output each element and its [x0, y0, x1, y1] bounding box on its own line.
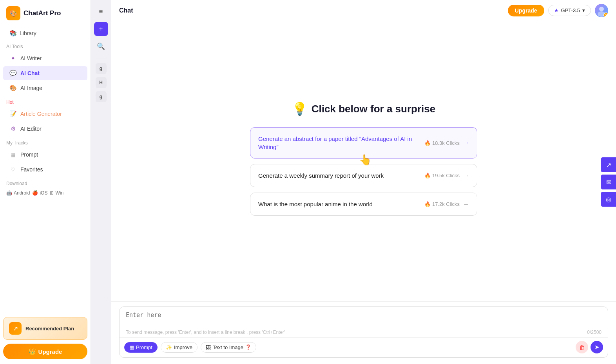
arrow-icon-2: → — [463, 172, 469, 179]
prompt-action-button[interactable]: ▦ Prompt — [124, 342, 158, 353]
download-apps: 🤖 Android 🍎 iOS ⊞ Win — [0, 188, 91, 198]
sidebar-bottom: ↗ Recommended Plan 👑 Upgrade — [0, 317, 91, 359]
strip-letter-g1[interactable]: g — [96, 63, 107, 74]
upgrade-sidebar-label: Upgrade — [38, 348, 62, 355]
sidebar-item-ai-editor[interactable]: ⚙ AI Editor — [3, 122, 87, 136]
sidebar-item-ai-image[interactable]: 🎨 AI Image — [3, 81, 87, 95]
clicks-count-2: 19.5k Clicks — [432, 173, 460, 178]
ai-writer-icon: ✦ — [9, 55, 16, 62]
prompt-card-2[interactable]: Generate a weekly summary report of your… — [250, 164, 477, 187]
mail-float-button[interactable]: ✉ — [601, 175, 616, 189]
sidebar-item-prompt[interactable]: ▦ Prompt — [3, 148, 87, 162]
sidebar-item-ai-chat[interactable]: 💬 AI Chat — [3, 66, 87, 80]
topbar-right: Upgrade ★ GPT-3.5 ▾ — [508, 4, 608, 17]
section-hot: Hot — [0, 96, 91, 106]
prompt-card-2-right: 🔥 19.5k Clicks → — [424, 172, 469, 179]
section-ai-tools: AI Tools — [0, 40, 91, 51]
clicks-badge-1: 🔥 18.3k Clicks — [424, 140, 460, 146]
avatar[interactable]: % — [595, 4, 608, 17]
arrow-icon-1: → — [463, 139, 469, 146]
prompt-card-1-right: 🔥 18.3k Clicks → — [424, 139, 469, 146]
win-label: Win — [55, 190, 63, 196]
bulb-icon: 💡 — [292, 101, 308, 116]
surprise-title: Click below for a surprise — [312, 103, 435, 115]
ios-icon: 🍎 — [32, 190, 38, 196]
upgrade-top-button[interactable]: Upgrade — [508, 5, 544, 16]
menu-strip-button[interactable]: ≡ — [94, 5, 108, 19]
sidebar: 🎨 ChatArt Pro 📚 Library AI Tools ✦ AI Wr… — [0, 0, 91, 364]
download-android[interactable]: 🤖 Android — [6, 190, 30, 196]
improve-action-icon: ✨ — [166, 344, 172, 350]
android-label: Android — [14, 190, 30, 196]
win-icon: ⊞ — [50, 190, 54, 196]
strip-letter-g2[interactable]: g — [96, 91, 107, 102]
prompt-label: Prompt — [20, 151, 38, 158]
crown-icon: 👑 — [29, 348, 36, 355]
clicks-count-3: 17.2k Clicks — [432, 201, 460, 207]
char-count: 0/2500 — [587, 330, 602, 335]
download-win[interactable]: ⊞ Win — [50, 190, 63, 196]
upgrade-sidebar-button[interactable]: 👑 Upgrade — [3, 344, 87, 359]
sidebar-item-favorites[interactable]: ♡ Favorites — [3, 162, 87, 177]
section-download: Download — [0, 177, 91, 188]
article-gen-label: Article Generator — [20, 111, 62, 117]
clicks-badge-3: 🔥 17.2k Clicks — [424, 201, 460, 207]
app-logo[interactable]: 🎨 ChatArt Pro — [0, 0, 91, 27]
icon-strip: ≡ + 🔍 g H g — [91, 0, 111, 364]
clicks-badge-2: 🔥 19.5k Clicks — [424, 173, 460, 178]
discord-float-button[interactable]: ◎ — [601, 192, 616, 207]
prompt-card-1-text: Generate an abstract for a paper titled … — [258, 135, 420, 151]
prompt-card-3[interactable]: What is the most popular anime in the wo… — [250, 193, 477, 216]
prompt-track-icon: ▦ — [9, 151, 16, 158]
topbar-title: Chat — [119, 7, 133, 14]
gpt-selector[interactable]: ★ GPT-3.5 ▾ — [548, 5, 591, 16]
sidebar-item-ai-writer[interactable]: ✦ AI Writer — [3, 51, 87, 65]
ai-image-label: AI Image — [20, 85, 42, 91]
surprise-header: 💡 Click below for a surprise — [292, 101, 435, 116]
section-my-tracks: My Tracks — [0, 136, 91, 147]
prompt-card-3-text: What is the most popular anime in the wo… — [258, 200, 420, 208]
favorites-icon: ♡ — [9, 166, 16, 173]
share-float-button[interactable]: ↗ — [601, 157, 616, 172]
arrow-icon-3: → — [463, 201, 469, 208]
chat-input[interactable] — [126, 312, 602, 326]
text-image-icon: 🖼 — [206, 344, 211, 350]
main-area: Chat Upgrade ★ GPT-3.5 ▾ — [111, 0, 616, 364]
sidebar-item-article-generator[interactable]: 📝 Article Generator — [3, 107, 87, 121]
recommended-plan-card[interactable]: ↗ Recommended Plan — [3, 317, 87, 340]
clear-button[interactable]: 🗑 — [576, 341, 588, 353]
ai-editor-label: AI Editor — [20, 126, 42, 132]
improve-action-button[interactable]: ✨ Improve — [161, 342, 197, 353]
new-chat-button[interactable]: + — [94, 22, 108, 36]
prompt-card-1[interactable]: Generate an abstract for a paper titled … — [250, 127, 477, 159]
sidebar-item-library[interactable]: 📚 Library — [3, 27, 87, 40]
input-area: To send message, press 'Enter', and to i… — [111, 301, 616, 364]
strip-letter-h[interactable]: H — [96, 77, 107, 88]
rec-plan-icon: ↗ — [9, 322, 22, 335]
fire-icon-1: 🔥 — [424, 140, 431, 146]
send-button[interactable]: ➤ — [591, 341, 603, 353]
logo-icon: 🎨 — [6, 6, 20, 20]
ios-label: iOS — [40, 190, 47, 196]
help-icon: ❓ — [245, 344, 251, 350]
prompt-action-label: Prompt — [136, 344, 152, 350]
topbar: Chat Upgrade ★ GPT-3.5 ▾ — [111, 0, 616, 21]
ai-editor-icon: ⚙ — [9, 125, 16, 132]
download-ios[interactable]: 🍎 iOS — [32, 190, 47, 196]
svg-point-1 — [599, 7, 604, 11]
avatar-badge: % — [603, 13, 608, 17]
input-right-buttons: 🗑 ➤ — [576, 341, 603, 353]
prompt-card-2-text: Generate a weekly summary report of your… — [258, 171, 420, 180]
input-top — [120, 307, 608, 330]
prompt-action-icon: ▦ — [129, 344, 134, 350]
chevron-down-icon: ▾ — [582, 7, 585, 13]
input-hint: To send message, press 'Enter', and to i… — [120, 330, 608, 337]
ai-image-icon: 🎨 — [9, 85, 16, 92]
android-icon: 🤖 — [6, 190, 12, 196]
search-strip-button[interactable]: 🔍 — [94, 39, 108, 53]
right-float-buttons: ↗ ✉ ◎ — [601, 157, 616, 207]
favorites-label: Favorites — [20, 166, 43, 173]
fire-icon-3: 🔥 — [424, 201, 431, 207]
text-to-image-button[interactable]: 🖼 Text to Image ❓ — [201, 342, 256, 353]
gpt-star-icon: ★ — [554, 7, 559, 13]
